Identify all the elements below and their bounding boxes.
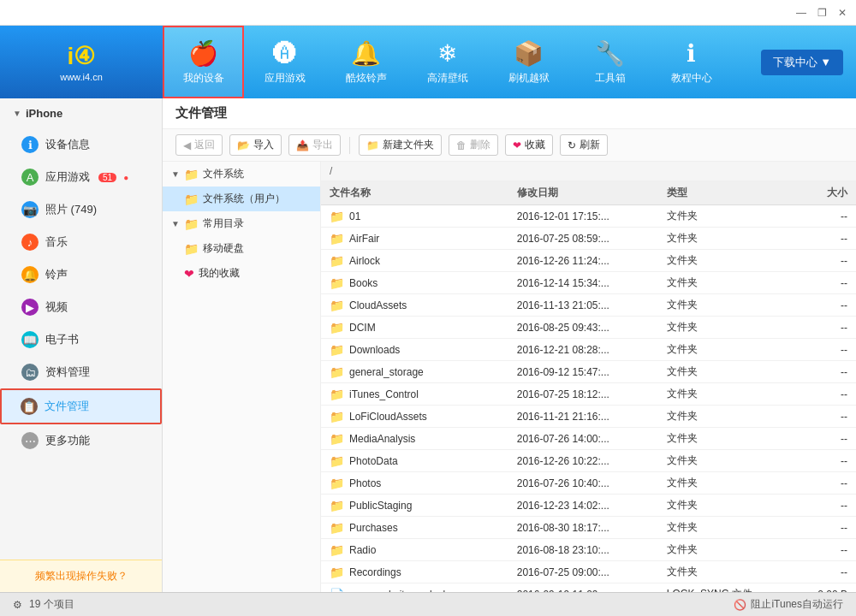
file-date: 2016-11-21 21:16:... [508,406,658,428]
itunes-toggle[interactable]: 🚫 阻止iTunes自动运行 [734,597,843,612]
nav-item-wallpaper[interactable]: ❄ 高清壁纸 [407,26,488,98]
sidebar-item-music[interactable]: ♪ 音乐 [0,226,162,258]
delete-button[interactable]: 🗑 删除 [449,134,498,156]
table-row[interactable]: 📄 com.apple.itunes.lock_sync 2016-09-19 … [321,583,856,593]
file-path: / [321,162,856,181]
minimize-button[interactable]: — [794,6,808,20]
folder-icon: 📁 [330,321,344,335]
ring-icon: 🔔 [21,266,39,283]
folder-icon: 📁 [330,477,344,490]
table-row[interactable]: 📁 Radio 2016-08-18 23:10:... 文件夹 -- [321,539,856,561]
table-row[interactable]: 📁 Photos 2016-07-26 10:40:... 文件夹 -- [321,472,856,495]
file-type: 文件夹 [658,517,765,539]
file-type: 文件夹 [658,205,765,228]
sidebar-item-app-game[interactable]: A 应用游戏 51 ● [0,161,162,193]
table-row[interactable]: 📁 Recordings 2016-07-25 09:00:... 文件夹 -- [321,561,856,583]
nav-item-ringtone[interactable]: 🔔 酷炫铃声 [325,26,407,98]
download-button[interactable]: 下载中心 ▼ [761,50,843,75]
sidebar-item-video[interactable]: ▶ 视频 [0,291,162,323]
table-row[interactable]: 📁 PublicStaging 2016-12-23 14:02:... 文件夹… [321,495,856,517]
my-device-label: 我的设备 [183,71,224,86]
col-date[interactable]: 修改日期 [508,181,658,205]
file-type: 文件夹 [658,495,765,517]
file-type: 文件夹 [658,472,765,495]
sidebar-label-data-mgmt: 资料管理 [45,364,90,380]
file-size: -- [765,317,856,339]
collect-button[interactable]: ❤ 收藏 [505,134,553,156]
nav-item-tutorial[interactable]: ℹ 教程中心 [651,26,732,98]
file-date: 2016-12-21 08:28:... [508,339,658,361]
new-folder-button[interactable]: 📁 新建文件夹 [359,134,442,156]
table-row[interactable]: 📁 01 2016-12-01 17:15:... 文件夹 -- [321,205,856,228]
nav-item-app-game[interactable]: 🅐 应用游戏 [244,26,325,98]
sidebar-item-ebook[interactable]: 📖 电子书 [0,323,162,356]
tree-common-dir-label: 常用目录 [203,216,244,231]
col-type[interactable]: 类型 [658,181,765,205]
table-row[interactable]: 📁 CloudAssets 2016-11-13 21:05:... 文件夹 -… [321,294,856,317]
file-type: LOCK_SYNC 文件 [658,583,765,593]
delete-icon: 🗑 [456,139,467,151]
sidebar-item-file-mgmt[interactable]: 📋 文件管理 [0,388,162,424]
wallpaper-label: 高清壁纸 [427,71,468,86]
col-size[interactable]: 大小 [765,181,856,205]
tree-filesystem[interactable]: ▼ 📁 文件系统 [163,162,320,187]
restore-button[interactable]: ❐ [815,6,829,20]
toolbar-sep-1 [349,137,350,154]
tree-common-dir[interactable]: ▼ 📁 常用目录 [163,211,320,236]
file-name: com.apple.itunes.lock_sync [349,589,475,593]
import-button[interactable]: 📂 导入 [229,134,282,156]
back-button[interactable]: ◀ 返回 [175,134,223,156]
file-size: -- [765,495,856,517]
table-row[interactable]: 📁 PhotoData 2016-12-26 10:22:... 文件夹 -- [321,450,856,472]
sidebar-item-more[interactable]: ⋯ 更多功能 [0,424,162,457]
sidebar-label-app-game: 应用游戏 [45,169,90,185]
file-type: 文件夹 [658,450,765,472]
sidebar-item-data-mgmt[interactable]: 🗂 资料管理 [0,356,162,388]
tree-filesystem-user[interactable]: 📁 文件系统（用户） [163,187,320,211]
table-row[interactable]: 📁 Books 2016-12-14 15:34:... 文件夹 -- [321,272,856,294]
folder-icon: 📁 [330,343,344,357]
file-name: Recordings [349,566,401,578]
file-name: Radio [349,544,376,556]
table-row[interactable]: 📁 AirFair 2016-07-25 08:59:... 文件夹 -- [321,228,856,250]
expand-arrow: ▼ [171,169,180,179]
info-icon: ℹ [21,136,39,153]
sidebar-label-video: 视频 [45,299,68,315]
col-filename[interactable]: 文件名称 [321,181,508,205]
refresh-button[interactable]: ↻ 刷新 [560,134,608,156]
file-size: -- [765,406,856,428]
table-row[interactable]: 📁 Purchases 2016-08-30 18:17:... 文件夹 -- [321,517,856,539]
content-area: 文件管理 ◀ 返回 📂 导入 📤 导出 📁 新建文件夹 🗑 删除 [163,98,856,592]
nav-item-my-device[interactable]: 🍎 我的设备 [163,26,244,98]
file-type: 文件夹 [658,361,765,383]
folder-icon: 📁 [330,432,344,446]
table-row[interactable]: 📁 MediaAnalysis 2016-07-26 14:00:... 文件夹… [321,428,856,450]
sidebar-item-ringtone[interactable]: 🔔 铃声 [0,258,162,291]
sidebar-warning[interactable]: 频繁出现操作失败？ [0,560,162,592]
table-row[interactable]: 📁 general_storage 2016-09-12 15:47:... 文… [321,361,856,383]
export-button[interactable]: 📤 导出 [288,134,341,156]
refresh-icon: ↻ [568,139,576,151]
video-icon: ▶ [21,299,39,316]
jailbreak-icon: 📦 [514,39,544,68]
nav-item-jailbreak[interactable]: 📦 刷机越狱 [488,26,569,98]
table-row[interactable]: 📁 iTunes_Control 2016-07-25 18:12:... 文件… [321,383,856,406]
sidebar-item-photo[interactable]: 📷 照片 (749) [0,193,162,226]
nav-items: 🍎 我的设备 🅐 应用游戏 🔔 酷炫铃声 ❄ 高清壁纸 📦 刷机越狱 🔧 工具箱… [163,26,856,98]
file-date: 2016-08-25 09:43:... [508,317,658,339]
close-button[interactable]: ✕ [835,6,849,20]
file-type: 文件夹 [658,339,765,361]
table-row[interactable]: 📁 Airlock 2016-12-26 11:24:... 文件夹 -- [321,250,856,272]
folder-icon: 📁 [184,242,199,256]
file-date: 2016-07-25 09:00:... [508,561,658,583]
table-row[interactable]: 📁 DCIM 2016-08-25 09:43:... 文件夹 -- [321,317,856,339]
folder-icon: 📁 [184,168,199,181]
tree-my-favorites[interactable]: ❤ 我的收藏 [163,261,320,286]
sidebar-item-device-info[interactable]: ℹ 设备信息 [0,128,162,161]
sidebar-label-photo: 照片 (749) [45,202,97,217]
nav-item-toolbox[interactable]: 🔧 工具箱 [569,26,651,98]
tree-mobile-drive[interactable]: 📁 移动硬盘 [163,236,320,261]
table-row[interactable]: 📁 LoFiCloudAssets 2016-11-21 21:16:... 文… [321,406,856,428]
jailbreak-label: 刷机越狱 [508,71,550,86]
table-row[interactable]: 📁 Downloads 2016-12-21 08:28:... 文件夹 -- [321,339,856,361]
